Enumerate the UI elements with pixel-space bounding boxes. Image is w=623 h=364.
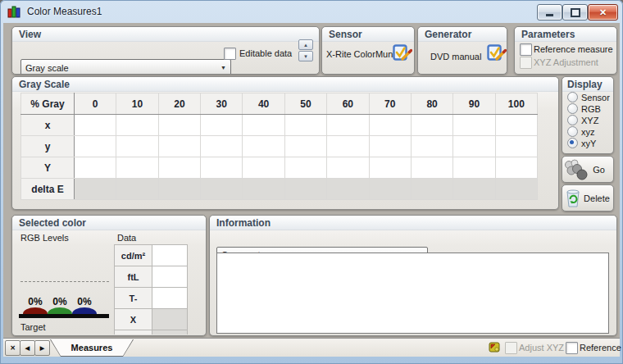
grayscale-cell[interactable] xyxy=(411,157,452,179)
grayscale-cell[interactable] xyxy=(495,157,537,179)
display-group: Display Sensor RGB XYZ xyz xyY xyxy=(562,76,614,154)
table-row: T- xyxy=(115,288,188,309)
comments-textarea[interactable] xyxy=(216,253,609,334)
grayscale-row-y: y xyxy=(21,136,538,157)
tab-next-button[interactable]: ▶ xyxy=(34,340,50,356)
data-cell[interactable] xyxy=(152,288,188,309)
grayscale-cell[interactable] xyxy=(243,136,284,157)
grayscale-cell[interactable] xyxy=(284,157,326,179)
grayscale-cell[interactable] xyxy=(158,136,200,157)
grayscale-row-label: x xyxy=(21,115,75,136)
table-row: cd/m² xyxy=(115,245,188,266)
display-option-label: Sensor xyxy=(581,93,610,102)
data-table-wrap: cd/m² ftL T- X xyxy=(114,244,189,334)
grayscale-cell[interactable] xyxy=(201,179,243,200)
grayscale-cell[interactable] xyxy=(116,115,158,136)
grayscale-cell[interactable] xyxy=(75,157,116,179)
data-cell[interactable] xyxy=(152,309,188,330)
grayscale-cell[interactable] xyxy=(75,179,116,200)
grayscale-cell[interactable] xyxy=(453,157,495,179)
grayscale-cell[interactable] xyxy=(116,157,158,179)
grayscale-cell[interactable] xyxy=(284,136,326,157)
grayscale-cell[interactable] xyxy=(369,136,411,157)
grayscale-cell[interactable] xyxy=(243,179,284,200)
grayscale-cell[interactable] xyxy=(411,179,452,200)
grayscale-cell[interactable] xyxy=(411,136,452,157)
spinner-down-button[interactable]: ▼ xyxy=(298,51,313,61)
edit-sensor-icon[interactable] xyxy=(393,44,412,62)
go-button[interactable]: Go xyxy=(562,156,614,183)
edit-generator-icon[interactable] xyxy=(487,44,507,62)
display-radio-xyz-upper[interactable]: XYZ xyxy=(567,115,598,125)
grayscale-cell[interactable] xyxy=(327,136,369,157)
grayscale-cell[interactable] xyxy=(116,136,158,157)
adjust-xyz-checkbox[interactable] xyxy=(505,342,517,354)
grayscale-cell[interactable] xyxy=(495,115,537,136)
window-titlebar[interactable]: Color Measures1 xyxy=(0,0,623,23)
grayscale-group-title: Gray Scale xyxy=(12,77,558,92)
radio-icon xyxy=(567,103,578,114)
grayscale-cell[interactable] xyxy=(284,115,326,136)
grayscale-cell[interactable] xyxy=(495,136,537,157)
grayscale-cell[interactable] xyxy=(75,136,116,157)
grayscale-cell[interactable] xyxy=(158,115,200,136)
grayscale-cell[interactable] xyxy=(327,115,369,136)
rgb-levels-label: RGB Levels xyxy=(20,233,69,243)
display-radio-rgb[interactable]: RGB xyxy=(567,103,601,114)
tab-prev-button[interactable]: ◀ xyxy=(20,340,35,356)
view-mode-value: Gray scale xyxy=(25,63,69,73)
tab-measures[interactable]: Measures xyxy=(50,339,134,357)
data-cell[interactable] xyxy=(152,266,188,288)
restore-button[interactable] xyxy=(562,4,588,20)
grayscale-cell[interactable] xyxy=(158,179,200,200)
grayscale-cell[interactable] xyxy=(327,179,369,200)
grayscale-cell[interactable] xyxy=(453,115,495,136)
grayscale-cell[interactable] xyxy=(158,157,200,179)
xyz-adjustment-checkbox[interactable] xyxy=(520,57,532,69)
xyz-adjustment-label: XYZ Adjustment xyxy=(534,57,598,67)
grayscale-cell[interactable] xyxy=(284,179,326,200)
view-mode-dropdown[interactable]: Gray scale ▼ xyxy=(20,59,231,75)
grayscale-cell[interactable] xyxy=(243,115,284,136)
minimize-button[interactable] xyxy=(537,4,562,20)
spinner-up-button[interactable]: ▲ xyxy=(298,39,313,50)
grayscale-cell[interactable] xyxy=(201,115,243,136)
sensor-value: X-Rite ColorMunki xyxy=(326,49,399,59)
tab-close-button[interactable]: ✕ xyxy=(5,340,20,356)
red-percent-label: 0% xyxy=(23,296,48,307)
spheres-icon xyxy=(563,159,588,180)
grayscale-cell[interactable] xyxy=(327,157,369,179)
grayscale-cell[interactable] xyxy=(243,157,284,179)
grayscale-cell[interactable] xyxy=(116,179,158,200)
grayscale-col-header: 20 xyxy=(158,93,200,115)
grayscale-cell[interactable] xyxy=(411,115,452,136)
display-option-label: xyz xyxy=(581,127,595,137)
grayscale-cell[interactable] xyxy=(369,157,411,179)
data-cell[interactable] xyxy=(152,330,188,335)
display-radio-xyY[interactable]: xyY xyxy=(567,138,596,148)
reference-checkbox[interactable] xyxy=(566,342,578,354)
close-button[interactable]: ✕ xyxy=(588,4,618,20)
tab-measures-label: Measures xyxy=(51,339,133,356)
selected-color-group-title: Selected color xyxy=(12,216,206,230)
data-cell[interactable] xyxy=(152,245,188,266)
display-radio-xyz-lower[interactable]: xyz xyxy=(567,126,595,137)
grayscale-cell[interactable] xyxy=(369,115,411,136)
grayscale-group: Gray Scale % Gray 0 10 20 30 40 50 60 70… xyxy=(11,76,559,210)
grayscale-row-Y: Y xyxy=(21,157,538,179)
reference-measure-label: Reference measure xyxy=(534,44,613,54)
display-radio-sensor[interactable]: Sensor xyxy=(567,92,610,102)
sensor-group: Sensor X-Rite ColorMunki xyxy=(321,26,415,75)
view-group-title: View xyxy=(12,27,319,42)
grayscale-col-header: 0 xyxy=(75,93,116,115)
editable-data-checkbox[interactable] xyxy=(224,48,236,60)
grayscale-cell[interactable] xyxy=(453,136,495,157)
delete-button[interactable]: Delete xyxy=(562,184,614,212)
reference-measure-checkbox[interactable] xyxy=(520,43,532,56)
grayscale-cell[interactable] xyxy=(201,136,243,157)
grayscale-cell[interactable] xyxy=(453,179,495,200)
grayscale-cell[interactable] xyxy=(495,179,537,200)
grayscale-cell[interactable] xyxy=(75,115,116,136)
grayscale-cell[interactable] xyxy=(201,157,243,179)
grayscale-cell[interactable] xyxy=(369,179,411,200)
